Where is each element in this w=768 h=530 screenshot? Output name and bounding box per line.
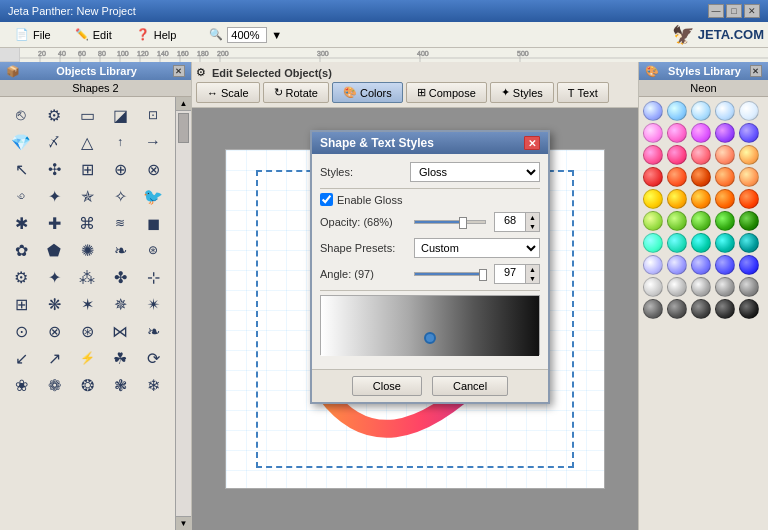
shape-item[interactable]: ⊕: [105, 156, 135, 182]
style-dot[interactable]: [715, 211, 735, 231]
objects-library-close[interactable]: ✕: [173, 65, 185, 77]
shape-item[interactable]: ✯: [72, 183, 102, 209]
shape-item[interactable]: ❃: [105, 372, 135, 398]
opacity-down-button[interactable]: ▼: [525, 222, 539, 231]
style-dot[interactable]: [739, 211, 759, 231]
shape-item[interactable]: ❁: [39, 372, 69, 398]
style-dot[interactable]: [667, 255, 687, 275]
style-dot[interactable]: [691, 101, 711, 121]
opacity-up-button[interactable]: ▲: [525, 213, 539, 222]
style-dot[interactable]: [739, 167, 759, 187]
style-dot[interactable]: [715, 145, 735, 165]
style-dot[interactable]: [715, 189, 735, 209]
style-dot[interactable]: [715, 123, 735, 143]
shape-item[interactable]: ✱: [6, 210, 36, 236]
shape-item[interactable]: ◼: [138, 210, 168, 236]
scroll-down-button[interactable]: ▼: [176, 516, 191, 530]
style-dot[interactable]: [691, 299, 711, 319]
shape-item[interactable]: ꩜: [6, 183, 36, 209]
angle-down-button[interactable]: ▼: [525, 274, 539, 283]
style-dot[interactable]: [643, 211, 663, 231]
shape-item[interactable]: ⚡: [72, 345, 102, 371]
style-dot[interactable]: [667, 211, 687, 231]
shape-item[interactable]: ✤: [105, 264, 135, 290]
shape-item[interactable]: ⬟: [39, 237, 69, 263]
shape-item[interactable]: ↙: [6, 345, 36, 371]
dialog-close-button[interactable]: ✕: [524, 136, 540, 150]
style-dot[interactable]: [667, 145, 687, 165]
shape-item[interactable]: ⚙: [6, 264, 36, 290]
style-dot[interactable]: [643, 277, 663, 297]
shape-item[interactable]: ✶: [72, 291, 102, 317]
shape-item[interactable]: ✿: [6, 237, 36, 263]
style-dot[interactable]: [739, 189, 759, 209]
style-dot[interactable]: [715, 299, 735, 319]
shape-item[interactable]: ⊡: [138, 102, 168, 128]
style-dot[interactable]: [691, 255, 711, 275]
style-dot[interactable]: [739, 145, 759, 165]
shape-item[interactable]: ❧: [138, 318, 168, 344]
scroll-thumb[interactable]: [178, 113, 189, 143]
help-menu[interactable]: ❓ Help: [125, 24, 188, 45]
style-dot[interactable]: [691, 211, 711, 231]
minimize-button[interactable]: —: [708, 4, 724, 18]
shape-item[interactable]: ⊞: [72, 156, 102, 182]
style-dot[interactable]: [739, 233, 759, 253]
style-dot[interactable]: [691, 277, 711, 297]
style-dot[interactable]: [643, 101, 663, 121]
edit-menu[interactable]: ✏️ Edit: [64, 24, 123, 45]
shape-item[interactable]: △: [72, 129, 102, 155]
angle-thumb[interactable]: [479, 269, 487, 281]
shape-item[interactable]: ⟳: [138, 345, 168, 371]
style-dot[interactable]: [739, 277, 759, 297]
shape-item[interactable]: →: [138, 129, 168, 155]
shape-item[interactable]: ❋: [39, 291, 69, 317]
style-dot[interactable]: [739, 123, 759, 143]
enable-gloss-checkbox[interactable]: [320, 193, 333, 206]
shape-item[interactable]: ⊛: [138, 237, 168, 263]
style-dot[interactable]: [691, 145, 711, 165]
style-dot[interactable]: [739, 255, 759, 275]
shape-item[interactable]: ❄: [138, 372, 168, 398]
gradient-preview[interactable]: [320, 295, 540, 355]
shape-item[interactable]: ❧: [105, 237, 135, 263]
maximize-button[interactable]: □: [726, 4, 742, 18]
style-dot[interactable]: [715, 167, 735, 187]
shape-item[interactable]: ⁂: [72, 264, 102, 290]
style-dot[interactable]: [667, 101, 687, 121]
style-dot[interactable]: [643, 167, 663, 187]
shape-item[interactable]: ✦: [39, 183, 69, 209]
shape-item[interactable]: ⋈: [105, 318, 135, 344]
styles-select[interactable]: Gloss: [410, 162, 540, 182]
styles-library-close[interactable]: ✕: [750, 65, 762, 77]
shape-item[interactable]: ⊗: [138, 156, 168, 182]
opacity-slider[interactable]: [414, 220, 486, 224]
style-dot[interactable]: [667, 189, 687, 209]
shape-item[interactable]: ↖: [6, 156, 36, 182]
shape-item[interactable]: ☘: [105, 345, 135, 371]
shape-item[interactable]: ⊹: [138, 264, 168, 290]
style-dot[interactable]: [643, 255, 663, 275]
style-dot[interactable]: [715, 255, 735, 275]
shape-item[interactable]: ↗: [39, 345, 69, 371]
style-dot[interactable]: [667, 299, 687, 319]
shape-item[interactable]: ◪: [105, 102, 135, 128]
zoom-down-btn[interactable]: ▼: [271, 29, 282, 41]
style-dot[interactable]: [691, 123, 711, 143]
style-dot[interactable]: [691, 233, 711, 253]
text-button[interactable]: T Text: [557, 82, 609, 103]
shape-item[interactable]: ✺: [72, 237, 102, 263]
angle-up-button[interactable]: ▲: [525, 265, 539, 274]
opacity-thumb[interactable]: [459, 217, 467, 229]
shape-item[interactable]: ↑: [105, 129, 135, 155]
style-dot[interactable]: [715, 277, 735, 297]
style-dot[interactable]: [739, 299, 759, 319]
shape-item[interactable]: 💎: [6, 129, 36, 155]
scale-button[interactable]: ↔ Scale: [196, 82, 260, 103]
compose-button[interactable]: ⊞ Compose: [406, 82, 487, 103]
shape-item[interactable]: ❂: [72, 372, 102, 398]
close-button[interactable]: Close: [352, 376, 422, 396]
shape-item[interactable]: 🐦: [138, 183, 168, 209]
shape-item[interactable]: ⊗: [39, 318, 69, 344]
scroll-up-button[interactable]: ▲: [176, 97, 191, 111]
